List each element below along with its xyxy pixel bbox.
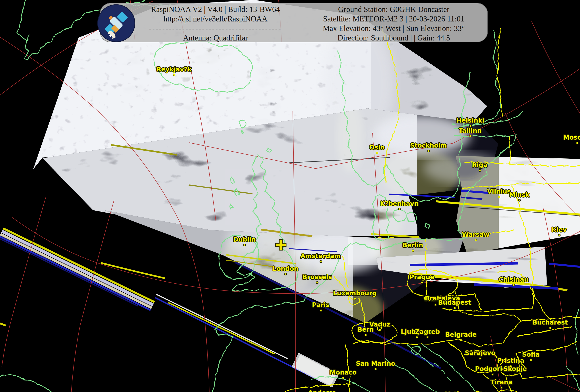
raspinoaa-capture-screen: { "panel": { "left": { "line1": "RaspiNO… [0, 0, 580, 392]
app-url-line: http://qsl.net/ve3elb/RaspiNOAA [134, 14, 297, 24]
raspinoaa-logo-icon [97, 4, 135, 42]
cross-icon [275, 239, 287, 251]
info-panel-left-column: RaspiNOAA V2 | V4.0 | Build: 13-BW64 htt… [134, 5, 297, 43]
satellite-line: Satellite: METEOR-M2 3 | 20-03-2026 11:0… [306, 14, 481, 24]
direction-gain-line: Direction: Southbound | | Gain: 44.5 [306, 33, 481, 43]
info-panel-right-column: Ground Station: G0GHK Doncaster Satellit… [306, 5, 481, 43]
ground-station-line: Ground Station: G0GHK Doncaster [306, 5, 481, 14]
info-panel: RaspiNOAA V2 | V4.0 | Build: 13-BW64 htt… [100, 3, 488, 42]
elevation-line: Max Elevation: 43° West | Sun Elevation:… [306, 24, 481, 33]
antenna-line: Antenna: Quadrifilar [134, 33, 297, 43]
app-version-line: RaspiNOAA V2 | V4.0 | Build: 13-BW64 [134, 5, 297, 14]
ground-station-marker [275, 239, 287, 251]
divider-line: ---------------------------------------- [134, 24, 297, 33]
satellite-map-image [0, 0, 580, 392]
